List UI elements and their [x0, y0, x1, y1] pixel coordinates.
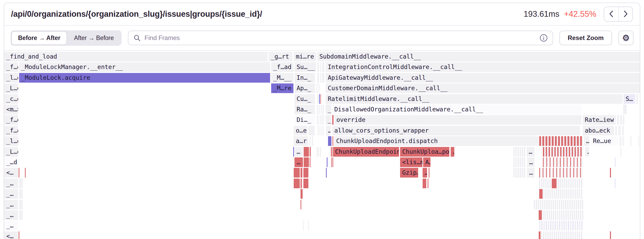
flame-frame[interactable]: _g…rt [269, 52, 292, 61]
flame-frame[interactable]: <lis…mp> [400, 157, 422, 167]
flame-frame[interactable]: IntegrationControlMiddleware.__call__ [326, 62, 640, 72]
flame-frame-sliver[interactable] [316, 83, 317, 93]
flame-frame-sliver[interactable] [320, 73, 321, 83]
flame-frame[interactable]: _f…d [4, 126, 18, 135]
flame-frame-sliver[interactable] [321, 105, 322, 114]
flame-frame-sliver[interactable] [638, 136, 639, 146]
flame-frame-sliver[interactable] [539, 221, 583, 230]
flame-frame[interactable]: _f…d [4, 115, 18, 125]
flame-frame[interactable]: _… [4, 189, 18, 199]
flame-frame-sliver[interactable] [312, 136, 313, 146]
flame-frame-sliver[interactable] [19, 179, 23, 188]
flame-frame[interactable]: … [585, 147, 589, 157]
flame-frame-sliver[interactable] [301, 189, 303, 199]
flame-frame-sliver[interactable] [332, 115, 334, 125]
flame-frame[interactable]: CustomerDomainMiddleware.__call__ [326, 83, 640, 93]
flame-frame-sliver[interactable] [318, 83, 318, 93]
flame-frame-sliver[interactable] [301, 168, 302, 178]
reset-zoom-button[interactable]: Reset Zoom [559, 31, 612, 45]
flame-frame-sliver[interactable] [552, 179, 556, 188]
flame-frame-sliver[interactable] [539, 210, 542, 220]
flame-frame[interactable]: _… [4, 221, 18, 230]
flame-frame[interactable]: override [334, 115, 581, 125]
flame-frame-sliver[interactable] [317, 94, 319, 104]
flame-frame[interactable]: <… [4, 231, 18, 239]
flame-frame-sliver[interactable] [320, 147, 321, 157]
flame-frame-sliver[interactable] [323, 115, 324, 125]
flame-frame-sliver[interactable] [19, 189, 23, 199]
flame-frame-sliver[interactable] [620, 115, 622, 125]
flame-frame-sliver[interactable] [304, 157, 309, 167]
flame-frame-sliver[interactable] [543, 189, 583, 199]
flame-frame-sliver[interactable] [630, 136, 631, 146]
flame-frame-sliver[interactable] [322, 73, 324, 83]
flame-frame[interactable]: _… [4, 210, 18, 220]
flame-frame-sliver[interactable] [293, 147, 294, 157]
flame-frame-sliver[interactable] [514, 157, 526, 167]
flame-frame[interactable]: _… [326, 105, 331, 114]
flame-frame-sliver[interactable] [541, 231, 583, 239]
flame-frame-sliver[interactable] [318, 115, 319, 125]
flame-frame-sliver[interactable] [327, 157, 328, 167]
flame-frame-sliver[interactable] [308, 126, 315, 135]
flame-frame[interactable]: ApiGatewayMiddleware.__call__ [326, 73, 640, 83]
flame-frame-sliver[interactable] [615, 157, 616, 167]
flame-frame[interactable]: … [527, 147, 534, 157]
flame-frame-sliver[interactable] [539, 189, 543, 199]
flame-frame-sliver[interactable] [543, 210, 583, 220]
flame-frame[interactable]: _ModuleLockManager.__enter__ [19, 62, 270, 72]
flame-frame-sliver[interactable] [610, 231, 611, 239]
flame-frame-sliver[interactable] [539, 231, 541, 239]
flame-frame-sliver[interactable] [317, 62, 319, 72]
flame-frame-sliver[interactable] [610, 168, 611, 178]
flame-frame-sliver[interactable] [294, 168, 300, 178]
flame-frame[interactable]: … [584, 136, 589, 146]
flame-frame-sliver[interactable] [317, 115, 318, 125]
flame-frame-sliver[interactable] [326, 168, 327, 178]
flame-frame[interactable]: Rate…iew [583, 115, 616, 125]
flame-frame[interactable]: Cu…_ [294, 94, 315, 104]
flame-frame[interactable]: _ModuleLock.acquire [19, 73, 270, 83]
flame-frame-sliver[interactable] [317, 147, 319, 157]
flame-frame[interactable]: o…e [294, 126, 307, 135]
flame-frame-sliver[interactable] [308, 221, 309, 230]
flame-frame[interactable]: ChunkUploadEndpoint.dispatch [334, 136, 539, 146]
flame-frame-sliver[interactable] [539, 136, 583, 146]
settings-button[interactable]: ⚙ [618, 31, 634, 45]
flame-frame-sliver[interactable] [615, 179, 616, 188]
flame-frame-sliver[interactable] [323, 126, 324, 135]
flame-frame-sliver[interactable] [514, 168, 526, 178]
flame-frame[interactable]: _c…d [4, 94, 18, 104]
flame-frame-sliver[interactable] [534, 200, 583, 209]
flame-frame-sliver[interactable] [301, 179, 302, 188]
flame-frame-sliver[interactable] [636, 94, 638, 104]
flame-frame[interactable]: <m…> [4, 105, 18, 114]
flame-frame-sliver[interactable] [310, 157, 310, 167]
flame-frame-sliver[interactable] [321, 126, 322, 135]
flame-frame-sliver[interactable] [304, 147, 309, 157]
flame-frame-sliver[interactable] [301, 200, 301, 209]
flame-frame[interactable]: ChunkUploadEndpoint.get [333, 147, 399, 157]
flame-frame-sliver[interactable] [333, 157, 333, 167]
flame-frame-sliver[interactable] [328, 136, 331, 146]
previous-button[interactable] [604, 7, 618, 21]
flame-frame-sliver[interactable] [428, 179, 428, 188]
flame-frame-sliver[interactable] [323, 105, 324, 114]
flame-frame[interactable]: <… [4, 168, 18, 178]
flame-frame[interactable]: … [294, 157, 303, 167]
flame-frame[interactable]: _l…d [4, 136, 18, 146]
flame-frame[interactable]: _… [4, 179, 18, 188]
flame-frame-sliver[interactable] [615, 126, 617, 135]
flame-frame-sliver[interactable] [617, 115, 619, 125]
flame-frame-sliver[interactable] [423, 179, 426, 188]
flame-frame[interactable]: RatelimitMiddleware.__call__ [326, 94, 623, 104]
flame-frame-sliver[interactable] [539, 179, 583, 188]
flamegraph-canvas[interactable]: _find_and_load_g…rtmi…reSubdomainMiddlew… [4, 51, 640, 239]
flame-frame-sliver[interactable] [303, 168, 308, 178]
flame-frame-sliver[interactable] [310, 147, 311, 157]
segment-before-after[interactable]: Before → After [11, 31, 67, 45]
flame-frame-sliver[interactable] [332, 147, 332, 157]
flame-frame[interactable]: Gzip…t__ [400, 168, 418, 178]
flame-frame-sliver[interactable] [309, 136, 311, 146]
flame-frame-sliver[interactable] [303, 221, 304, 230]
